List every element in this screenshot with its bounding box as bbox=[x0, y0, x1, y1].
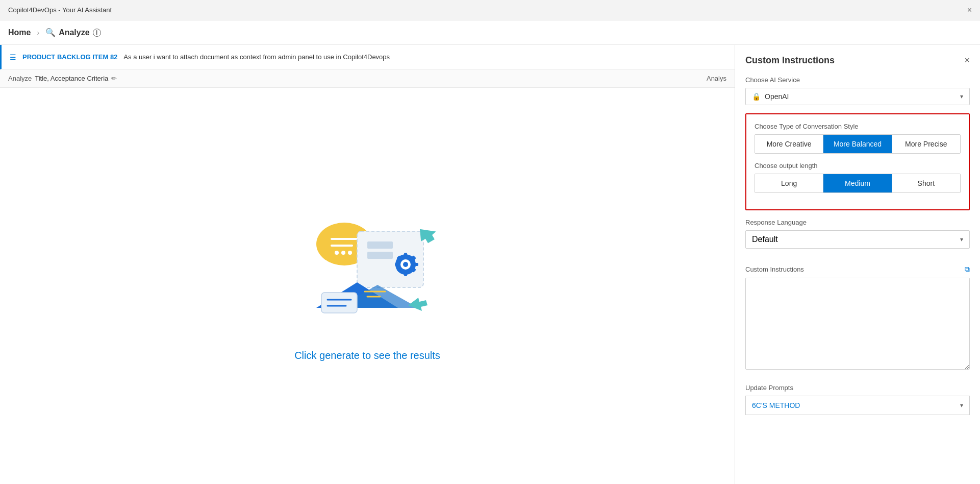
edit-icon[interactable]: ✏ bbox=[111, 75, 117, 82]
analyze-fields-value: Title, Acceptance Criteria bbox=[35, 75, 108, 82]
info-icon[interactable]: i bbox=[93, 29, 101, 37]
work-item-link[interactable]: PRODUCT BACKLOG ITEM 82 bbox=[22, 53, 117, 61]
main-layout: ☰ PRODUCT BACKLOG ITEM 82 As a user i wa… bbox=[0, 45, 980, 484]
update-prompts-dropdown[interactable]: 6C'S METHOD ▾ bbox=[745, 396, 970, 415]
copy-instructions-icon[interactable]: ⧉ bbox=[965, 265, 970, 274]
output-length-label: Choose output length bbox=[755, 162, 961, 170]
btn-medium[interactable]: Medium bbox=[823, 174, 892, 192]
btn-more-precise[interactable]: More Precise bbox=[892, 135, 960, 153]
update-prompts-section: Update Prompts 6C'S METHOD ▾ bbox=[745, 384, 970, 415]
generate-link[interactable]: generate bbox=[319, 350, 360, 361]
svg-point-5 bbox=[348, 251, 352, 255]
app-title: Copilot4DevOps - Your AI Assistant bbox=[8, 6, 112, 14]
svg-point-11 bbox=[403, 262, 408, 267]
conversation-style-label: Choose Type of Conversation Style bbox=[755, 123, 961, 130]
response-language-value: Default bbox=[752, 235, 778, 244]
nav-analyze: 🔍 Analyze i bbox=[45, 28, 100, 37]
output-length-section: Choose output length Long Medium Short bbox=[755, 162, 961, 193]
svg-rect-7 bbox=[367, 241, 393, 249]
analyze-right-text: Analys bbox=[707, 75, 726, 82]
conversation-style-group: More Creative More Balanced More Precise bbox=[755, 134, 961, 154]
analyze-label: Analyze bbox=[8, 75, 32, 82]
btn-more-balanced[interactable]: More Balanced bbox=[823, 135, 892, 153]
svg-marker-26 bbox=[408, 298, 428, 311]
work-item-description: As a user i want to attach document as c… bbox=[123, 53, 390, 61]
svg-rect-13 bbox=[404, 272, 407, 276]
nav-bar: Home › 🔍 Analyze i bbox=[0, 20, 980, 45]
svg-rect-12 bbox=[404, 253, 407, 257]
custom-instructions-header: Custom Instructions ⧉ bbox=[745, 265, 970, 274]
svg-point-4 bbox=[341, 251, 345, 255]
nav-analyze-label: Analyze bbox=[59, 28, 89, 37]
ai-service-dropdown-left: 🔒 OpenAI bbox=[752, 92, 789, 101]
ai-service-value: OpenAI bbox=[765, 92, 789, 101]
update-prompts-label: Update Prompts bbox=[745, 384, 970, 392]
conversation-style-section: Choose Type of Conversation Style More C… bbox=[745, 113, 970, 210]
work-item-icon: ☰ bbox=[10, 53, 16, 61]
btn-long[interactable]: Long bbox=[755, 174, 823, 192]
response-language-label: Response Language bbox=[745, 219, 970, 226]
update-prompts-value: 6C'S METHOD bbox=[752, 401, 800, 409]
custom-instructions-textarea[interactable] bbox=[745, 278, 970, 370]
nav-chevron-icon: › bbox=[37, 29, 39, 37]
svg-rect-15 bbox=[414, 263, 418, 266]
custom-instructions-label: Custom Instructions bbox=[745, 265, 804, 273]
generate-text-before: Click bbox=[294, 350, 319, 361]
search-icon: 🔍 bbox=[45, 28, 56, 37]
work-item-bar: ☰ PRODUCT BACKLOG ITEM 82 As a user i wa… bbox=[0, 45, 735, 69]
btn-short[interactable]: Short bbox=[892, 174, 960, 192]
illustration bbox=[286, 211, 449, 333]
svg-rect-8 bbox=[367, 252, 393, 259]
response-language-section: Response Language Default ▾ bbox=[745, 219, 970, 257]
generate-text-after: to see the results bbox=[360, 350, 440, 361]
nav-home-link[interactable]: Home bbox=[8, 28, 31, 37]
center-area: Click generate to see the results bbox=[0, 88, 735, 484]
custom-instructions-section: Custom Instructions ⧉ bbox=[745, 265, 970, 372]
response-language-chevron-icon: ▾ bbox=[960, 236, 963, 243]
window-close-button[interactable]: × bbox=[967, 6, 972, 15]
generate-prompt: Click generate to see the results bbox=[294, 350, 440, 361]
right-panel: Custom Instructions × Choose AI Service … bbox=[735, 45, 980, 484]
svg-rect-14 bbox=[395, 263, 399, 266]
title-bar: Copilot4DevOps - Your AI Assistant × bbox=[0, 0, 980, 20]
output-length-group: Long Medium Short bbox=[755, 174, 961, 193]
svg-point-3 bbox=[335, 251, 339, 255]
left-content: ☰ PRODUCT BACKLOG ITEM 82 As a user i wa… bbox=[0, 45, 735, 484]
btn-more-creative[interactable]: More Creative bbox=[755, 135, 823, 153]
lock-icon: 🔒 bbox=[752, 92, 761, 101]
ai-service-dropdown[interactable]: 🔒 OpenAI ▾ bbox=[745, 88, 970, 105]
panel-title: Custom Instructions bbox=[745, 55, 835, 66]
ai-service-chevron-icon: ▾ bbox=[960, 93, 963, 100]
panel-close-button[interactable]: × bbox=[964, 55, 970, 66]
ai-service-label: Choose AI Service bbox=[745, 76, 970, 84]
response-language-dropdown[interactable]: Default ▾ bbox=[745, 230, 970, 249]
svg-rect-23 bbox=[321, 293, 357, 313]
analyze-fields: Analyze Title, Acceptance Criteria ✏ bbox=[8, 75, 117, 82]
panel-header: Custom Instructions × bbox=[745, 55, 970, 66]
update-prompts-chevron-icon: ▾ bbox=[960, 402, 963, 409]
analyze-bar: Analyze Title, Acceptance Criteria ✏ Ana… bbox=[0, 69, 735, 88]
